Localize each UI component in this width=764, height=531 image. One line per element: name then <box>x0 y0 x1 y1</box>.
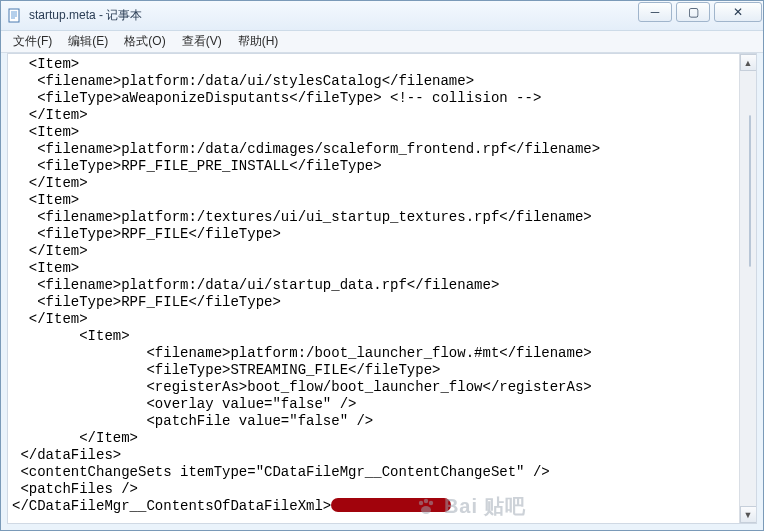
text-editor[interactable]: <Item> <filename>platform:/data/ui/style… <box>8 54 738 523</box>
menu-format[interactable]: 格式(O) <box>116 31 173 52</box>
editor-client-area: <Item> <filename>platform:/data/ui/style… <box>7 53 757 524</box>
code-line: </Item> <box>12 175 88 191</box>
menu-file[interactable]: 文件(F) <box>5 31 60 52</box>
scroll-up-button[interactable]: ▲ <box>740 54 757 71</box>
code-line: <patchFile value="false" /> <box>12 413 373 429</box>
chevron-up-icon: ▲ <box>744 58 753 68</box>
code-line: <Item> <box>12 56 79 72</box>
code-line: <fileType>aWeaponizeDisputants</fileType… <box>12 90 541 106</box>
scroll-down-button[interactable]: ▼ <box>740 506 757 523</box>
code-line: <contentChangeSets itemType="CDataFileMg… <box>12 464 550 480</box>
code-line: </dataFiles> <box>12 447 121 463</box>
code-line: <filename>platform:/data/cdimages/scalef… <box>12 141 600 157</box>
vertical-scrollbar[interactable]: ▲ ▼ <box>739 54 756 523</box>
code-line: </CDataFileMgr__ContentsOfDataFileXml> <box>12 498 331 514</box>
code-line: <patchFiles /> <box>12 481 138 497</box>
code-line: <Item> <box>12 192 79 208</box>
code-line: <filename>platform:/textures/ui/ui_start… <box>12 209 592 225</box>
chevron-down-icon: ▼ <box>744 510 753 520</box>
maximize-icon: ▢ <box>688 5 699 19</box>
redaction-mark <box>331 498 451 512</box>
menu-bar: 文件(F) 编辑(E) 格式(O) 查看(V) 帮助(H) <box>1 31 763 53</box>
code-line: <Item> <box>12 328 130 344</box>
window-controls: ─ ▢ ✕ <box>634 2 762 22</box>
title-bar[interactable]: startup.meta - 记事本 ─ ▢ ✕ <box>1 1 763 31</box>
code-line: <Item> <box>12 124 79 140</box>
code-line: <filename>platform:/boot_launcher_flow.#… <box>12 345 592 361</box>
notepad-window: startup.meta - 记事本 ─ ▢ ✕ 文件(F) 编辑(E) 格式(… <box>0 0 764 531</box>
code-line: <fileType>RPF_FILE</fileType> <box>12 294 281 310</box>
code-line: <fileType>RPF_FILE_PRE_INSTALL</fileType… <box>12 158 382 174</box>
notepad-icon <box>7 8 23 24</box>
close-button[interactable]: ✕ <box>714 2 762 22</box>
menu-edit[interactable]: 编辑(E) <box>60 31 116 52</box>
close-icon: ✕ <box>733 5 743 19</box>
code-line: <registerAs>boot_flow/boot_launcher_flow… <box>12 379 592 395</box>
code-line: <fileType>STREAMING_FILE</fileType> <box>12 362 440 378</box>
menu-help[interactable]: 帮助(H) <box>230 31 287 52</box>
code-line: <fileType>RPF_FILE</fileType> <box>12 226 281 242</box>
minimize-icon: ─ <box>651 5 660 19</box>
code-line: </Item> <box>12 107 88 123</box>
code-line: <overlay value="false" /> <box>12 396 356 412</box>
code-line: <filename>platform:/data/ui/stylesCatalo… <box>12 73 474 89</box>
code-line: <Item> <box>12 260 79 276</box>
code-line: <filename>platform:/data/ui/startup_data… <box>12 277 499 293</box>
code-line: </Item> <box>12 430 138 446</box>
menu-view[interactable]: 查看(V) <box>174 31 230 52</box>
maximize-button[interactable]: ▢ <box>676 2 710 22</box>
scroll-thumb[interactable] <box>749 115 751 267</box>
code-line: </Item> <box>12 311 88 327</box>
minimize-button[interactable]: ─ <box>638 2 672 22</box>
window-title: startup.meta - 记事本 <box>29 7 142 24</box>
code-line: </Item> <box>12 243 88 259</box>
